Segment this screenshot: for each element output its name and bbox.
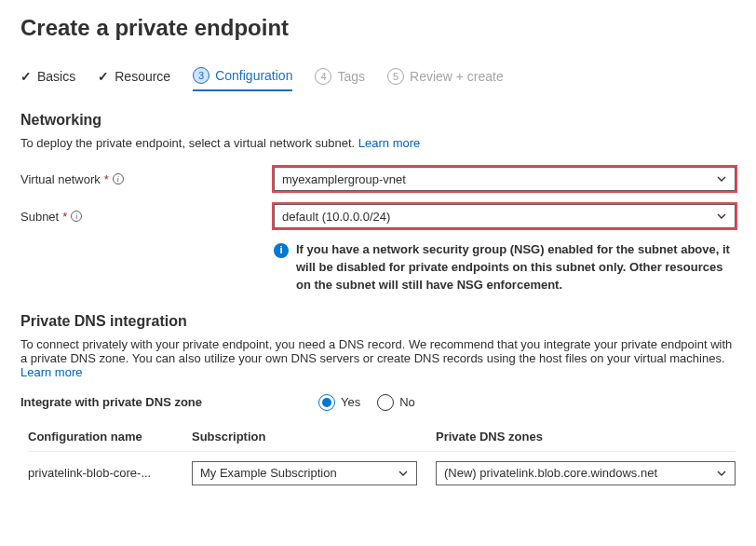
check-icon: ✓ [98, 69, 109, 84]
table-row: privatelink-blob-core-... My Example Sub… [28, 452, 736, 485]
check-icon: ✓ [20, 69, 32, 84]
wizard-tabs: ✓ Basics ✓ Resource 3 Configuration 4 Ta… [20, 67, 736, 91]
networking-section-title: Networking [20, 112, 736, 129]
nsg-info-text: If you have a network security group (NS… [296, 241, 736, 294]
vnet-select[interactable]: myexamplergroup-vnet [274, 167, 736, 191]
radio-circle-icon [377, 394, 394, 411]
vnet-label: Virtual network * i [20, 172, 274, 186]
tab-label: Basics [37, 69, 75, 84]
tab-configuration[interactable]: 3 Configuration [193, 67, 292, 91]
tab-resource[interactable]: ✓ Resource [98, 67, 170, 91]
required-asterisk: * [104, 172, 109, 186]
integrate-radio-group: Yes No [318, 394, 415, 411]
step-number: 3 [193, 67, 209, 84]
chevron-down-icon [398, 468, 409, 479]
tab-label: Tags [337, 69, 365, 84]
chevron-down-icon [716, 211, 727, 222]
dns-section-desc: To connect privately with your private e… [20, 337, 736, 379]
radio-yes[interactable]: Yes [318, 394, 360, 411]
subscription-value: My Example Subscription [200, 466, 337, 480]
learn-more-link[interactable]: Learn more [20, 365, 82, 379]
tab-label: Review + create [410, 69, 504, 84]
networking-section-desc: To deploy the private endpoint, select a… [20, 136, 736, 150]
chevron-down-icon [716, 468, 727, 479]
subscription-select[interactable]: My Example Subscription [192, 461, 417, 485]
subnet-label: Subnet * i [20, 210, 274, 224]
tab-label: Resource [115, 69, 170, 84]
subnet-value: default (10.0.0.0/24) [282, 210, 390, 224]
col-subscription: Subscription [192, 430, 436, 444]
col-dns-zones: Private DNS zones [436, 430, 736, 444]
tab-review-create[interactable]: 5 Review + create [387, 67, 504, 91]
radio-circle-icon [318, 394, 335, 411]
info-icon[interactable]: i [113, 173, 124, 184]
page-title: Create a private endpoint [20, 15, 736, 41]
dns-zones-table: Configuration name Subscription Private … [28, 430, 736, 485]
tab-tags[interactable]: 4 Tags [315, 67, 365, 91]
info-icon: i [274, 243, 289, 258]
integrate-label: Integrate with private DNS zone [20, 395, 318, 409]
step-number: 4 [315, 68, 331, 85]
tab-label: Configuration [215, 68, 292, 83]
cell-config-name: privatelink-blob-core-... [28, 466, 192, 480]
dns-zone-value: (New) privatelink.blob.core.windows.net [444, 466, 657, 480]
tab-basics[interactable]: ✓ Basics [20, 67, 75, 91]
vnet-value: myexamplergroup-vnet [282, 172, 406, 186]
nsg-info-box: i If you have a network security group (… [274, 241, 736, 294]
info-icon[interactable]: i [71, 211, 82, 222]
dns-zone-select[interactable]: (New) privatelink.blob.core.windows.net [436, 461, 736, 485]
radio-no[interactable]: No [377, 394, 415, 411]
learn-more-link[interactable]: Learn more [358, 136, 420, 150]
table-header: Configuration name Subscription Private … [28, 430, 736, 452]
required-asterisk: * [62, 210, 67, 224]
subnet-select[interactable]: default (10.0.0.0/24) [274, 204, 736, 228]
step-number: 5 [387, 68, 404, 85]
dns-section-title: Private DNS integration [20, 313, 736, 330]
col-config-name: Configuration name [28, 430, 192, 444]
chevron-down-icon [716, 173, 727, 184]
